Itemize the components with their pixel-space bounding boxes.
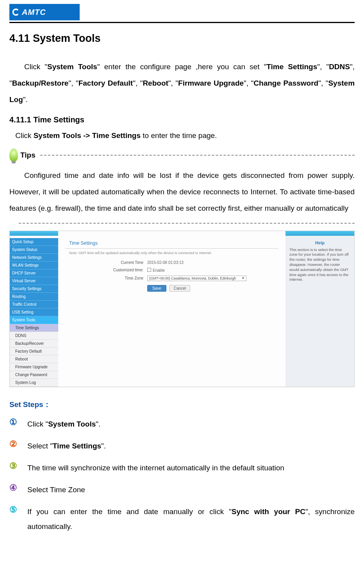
sidebar-sub[interactable]: Backup/Recover: [10, 340, 58, 348]
t: Sync with your PC: [232, 507, 305, 516]
screenshot-main: Time Settings Note: GMT time will be upd…: [58, 231, 285, 387]
sidebar-sub[interactable]: DDNS: [10, 332, 58, 340]
sidebar-item[interactable]: Virtual Server: [10, 277, 58, 285]
sidebar-sub[interactable]: Factory Default: [10, 348, 58, 355]
step-number-3: ③: [9, 461, 20, 472]
value-current-time: 2015-02-08 01:03:13: [147, 260, 184, 265]
step-number-1: ①: [9, 417, 20, 428]
set-steps-title: Set Steps：: [9, 400, 355, 410]
sidebar-item[interactable]: Routing: [10, 293, 58, 301]
step-4: ④ Select Time Zone: [9, 482, 355, 497]
term-time-settings: Time Settings: [266, 63, 317, 71]
t: Click ": [27, 420, 48, 428]
help-body: This section is to select the time zone …: [289, 247, 350, 283]
sidebar-item-system-tools[interactable]: System Tools: [10, 316, 58, 324]
t: If you can enter the time and date manua…: [27, 507, 232, 516]
t: Time Settings: [53, 442, 101, 450]
t: ".: [96, 420, 100, 428]
brand-text: AMTC: [22, 8, 46, 17]
term-ddns: DDNS: [329, 63, 350, 71]
sidebar-sub[interactable]: Firmware Upgrade: [10, 363, 58, 371]
tips-body: Configured time and date info will be lo…: [9, 167, 355, 216]
term-change-password: Change Password: [253, 79, 318, 87]
save-button[interactable]: Save: [147, 285, 166, 292]
help-panel: Help This section is to select the time …: [285, 231, 354, 387]
term-backup-restore: Backup/Restore: [12, 79, 69, 87]
sidebar-item[interactable]: Network Settings: [10, 254, 58, 262]
tips-label: Tips: [20, 151, 36, 160]
sidebar-sub[interactable]: Reboot: [10, 355, 58, 363]
sidebar-item[interactable]: WLAN Settings: [10, 262, 58, 269]
term-firmware-upgrade: Firmware Upgrade: [178, 79, 244, 87]
label-current-time: Current Time: [96, 260, 143, 265]
step-1: ① Click "System Tools".: [9, 417, 355, 432]
checkbox-enable-wrap: Enable: [147, 268, 165, 272]
t: System Tools: [48, 420, 96, 428]
brand-logo: AMTC: [9, 4, 80, 20]
term-system-tools: System Tools: [47, 63, 97, 71]
sidebar-item[interactable]: System Status: [10, 246, 58, 254]
step-2-text: Select "Time Settings".: [27, 439, 355, 454]
t: to enter the time page.: [141, 131, 217, 140]
step-1-text: Click "System Tools".: [27, 417, 355, 432]
row-current-time: Current Time 2015-02-08 01:03:13: [65, 260, 278, 265]
help-title: Help: [289, 240, 350, 245]
subsection-title: 4.11.1 Time Settings: [9, 115, 355, 124]
t: ", ": [318, 79, 328, 87]
t: ", ": [317, 63, 329, 71]
panel-rule: [65, 248, 278, 249]
nav-instruction: Click System Tools -> Time Settings to e…: [9, 127, 355, 144]
panel-title: Time Settings: [65, 240, 278, 246]
step-4-text: Select Time Zone: [27, 482, 355, 497]
sidebar-sub-time-settings[interactable]: Time Settings: [10, 324, 58, 332]
term-factory-default: Factory Default: [79, 79, 133, 87]
screenshot-sidebar: Quick Setup System Status Network Settin…: [10, 231, 58, 387]
t: ", ": [244, 79, 253, 87]
header-rule: [9, 22, 355, 23]
time-zone-select[interactable]: (GMT+00:00) Casablanca, Monrovia, Dublin…: [147, 276, 246, 281]
enable-checkbox[interactable]: [147, 268, 151, 272]
sidebar-item[interactable]: Quick Setup: [10, 238, 58, 246]
sidebar-sub[interactable]: System Log: [10, 379, 58, 387]
step-number-5: ⑤: [9, 504, 20, 516]
t: ", ": [133, 79, 143, 87]
t: " enter the configure page ,here you can…: [97, 63, 266, 71]
dashed-rule: [40, 155, 355, 156]
t: ", ": [168, 79, 178, 87]
sidebar-sub[interactable]: Change Password: [10, 371, 58, 379]
lightbulb-icon: [9, 149, 18, 162]
t: Select ": [27, 442, 53, 450]
section-title: 4.11 System Tools: [9, 32, 355, 45]
row-time-zone: Time Zone (GMT+00:00) Casablanca, Monrov…: [65, 276, 278, 281]
dashed-rule-end: [19, 223, 355, 224]
admin-screenshot: Quick Setup System Status Network Settin…: [9, 231, 355, 387]
label-time-zone: Time Zone: [96, 276, 143, 280]
logo-swirl-icon: [12, 8, 20, 16]
t: Click ": [24, 63, 47, 71]
label-enable: Enable: [153, 268, 165, 272]
step-5-text: If you can enter the time and date manua…: [27, 504, 355, 534]
screenshot-buttons: Save Cancel: [65, 285, 278, 292]
nav-path: System Tools -> Time Settings: [34, 131, 141, 140]
step-2: ② Select "Time Settings".: [9, 439, 355, 454]
sidebar-item[interactable]: Traffic Control: [10, 301, 58, 308]
t: ", ": [68, 79, 78, 87]
t: ".: [101, 442, 106, 450]
step-3-text: The time will synchronize with the inter…: [27, 461, 355, 475]
tips-header: Tips: [9, 149, 355, 162]
step-3: ③ The time will synchronize with the int…: [9, 461, 355, 475]
panel-note: Note: GMT time will be updated automatic…: [65, 251, 278, 255]
step-5: ⑤ If you can enter the time and date man…: [9, 504, 355, 534]
t: Click: [15, 131, 33, 140]
sidebar-item[interactable]: USB Setting: [10, 308, 58, 316]
row-customized-time: Customized time: Enable: [65, 268, 278, 272]
intro-paragraph: Click "System Tools" enter the configure…: [9, 59, 355, 108]
label-customized-time: Customized time:: [96, 268, 143, 272]
t: ".: [23, 95, 28, 104]
sidebar-item[interactable]: DHCP Server: [10, 269, 58, 277]
cancel-button[interactable]: Cancel: [170, 285, 190, 292]
step-number-2: ②: [9, 439, 20, 450]
sidebar-item[interactable]: Security Settings: [10, 285, 58, 293]
step-number-4: ④: [9, 482, 20, 494]
term-reboot: Reboot: [143, 79, 168, 87]
